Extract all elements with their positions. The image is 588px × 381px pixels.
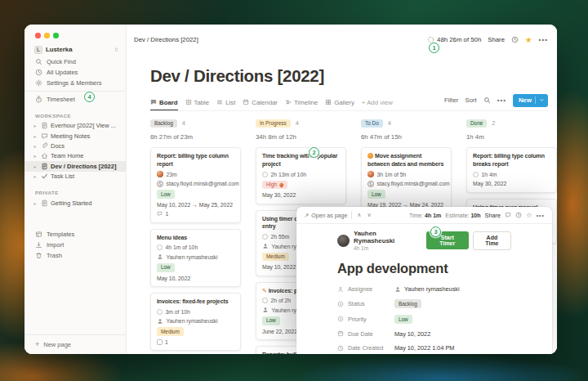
expand-caret-icon[interactable]: ▸: [33, 133, 38, 139]
sidebar-divider: [24, 91, 126, 92]
modal-more-icon[interactable]: •••: [537, 213, 545, 218]
expand-caret-icon[interactable]: ▸: [33, 143, 38, 149]
workspace-switcher[interactable]: L Lusterka: [34, 46, 119, 54]
plus-icon: +: [35, 340, 39, 348]
board-card[interactable]: Report: billing type column report23mSst…: [150, 147, 241, 223]
list-icon: [216, 99, 223, 105]
sidebar-item-import[interactable]: Import: [24, 240, 126, 250]
personfill-icon: [394, 286, 401, 293]
sidebar-page-everhour-2022-view[interactable]: ▸Everhour [2022] View ...: [24, 121, 126, 131]
person-initial-icon: S: [157, 181, 163, 187]
task-title[interactable]: App development: [337, 261, 511, 276]
property-row-status[interactable]: StatusBacklog: [337, 299, 511, 308]
gear-icon: [35, 79, 42, 87]
add-view-button[interactable]: + Add view: [362, 99, 393, 110]
sidebar-item-trash[interactable]: Trash: [24, 250, 126, 261]
board-card[interactable]: Invoices: fixed-fee projects3m of 10hYau…: [150, 293, 241, 351]
person-icon: [337, 286, 344, 293]
column-status-tag: Done: [466, 119, 487, 128]
board-card[interactable]: Report: billing type column breaks repor…: [466, 147, 557, 192]
expand-caret-icon[interactable]: ▸: [33, 200, 38, 206]
expand-caret-icon[interactable]: ▸: [33, 123, 38, 128]
sort-button[interactable]: Sort: [465, 96, 476, 104]
clock-icon[interactable]: [515, 212, 522, 218]
property-row-priority[interactable]: PriorityLow: [337, 315, 511, 324]
modal-time: Time: 4h 1m: [409, 213, 441, 218]
column-status-tag: In Progress: [256, 119, 291, 128]
tab-timeline[interactable]: Timeline: [285, 99, 318, 110]
modal-body: Yauhen Rymasheuski 4h 1m Start Timer Add…: [296, 224, 552, 354]
zoom-window-button[interactable]: [53, 33, 59, 38]
member-avatar: [157, 171, 163, 177]
sidebar-item-templates[interactable]: Templates: [24, 229, 126, 240]
comment-icon[interactable]: [505, 212, 511, 218]
add-time-button[interactable]: Add Time: [473, 231, 511, 250]
page-title[interactable]: Dev / Directions [2022]: [150, 66, 557, 86]
view-options-icon[interactable]: •••: [497, 96, 506, 104]
modal-share-button[interactable]: Share: [485, 212, 501, 219]
sidebar-item-quick-find[interactable]: Quick Find: [24, 57, 126, 68]
member-avatar: [368, 171, 374, 177]
tab-board[interactable]: Board: [150, 99, 178, 110]
board-card[interactable]: Menu ideas4h 1m of 10hYauhen rymasheuski…: [150, 229, 241, 287]
sidebar-page-task-list[interactable]: ▸Task List: [24, 172, 126, 182]
column-count: 4: [182, 119, 185, 127]
timer-icon: [35, 96, 42, 103]
board-card[interactable]: Move assignment between dates and member…: [361, 147, 452, 213]
minimize-window-button[interactable]: [44, 33, 50, 38]
sidebar-page-getting-started[interactable]: ▸Getting Started: [24, 198, 126, 208]
add-view-label: + Add view: [362, 99, 393, 106]
task-properties: AssigneeYauhen rymasheuskiStatusBacklogP…: [337, 285, 511, 354]
timer-progress-icon: [473, 172, 479, 177]
sidebar-item-timesheet[interactable]: Timesheet: [24, 94, 126, 105]
property-row-due-date[interactable]: Due DateMay 10, 2022: [337, 330, 511, 338]
filter-button[interactable]: Filter: [444, 96, 458, 104]
card-meta-row: Yauhen rymasheuski: [157, 318, 234, 325]
tab-table[interactable]: Table: [185, 99, 210, 110]
search-icon[interactable]: [483, 96, 491, 104]
chevron-down-icon[interactable]: [539, 97, 545, 103]
more-options-icon[interactable]: •••: [539, 36, 548, 43]
tab-calendar[interactable]: Calendar: [243, 99, 278, 110]
annotation-3: 3: [430, 226, 441, 237]
star-outline-icon[interactable]: ☆: [526, 211, 532, 219]
house-icon: [41, 152, 48, 159]
property-row-assignee[interactable]: AssigneeYauhen rymasheuski: [337, 285, 511, 293]
next-task-button[interactable]: ∨: [366, 212, 372, 218]
sidebar-page-team-home[interactable]: ▸Team Home: [24, 151, 126, 161]
calendar-icon: [243, 99, 249, 105]
breadcrumb[interactable]: Dev / Directions [2022]: [134, 36, 198, 43]
updates-clock-icon[interactable]: [511, 36, 519, 43]
card-title: Time tracking within popular project: [262, 152, 340, 168]
card-meta-row: High: [262, 181, 340, 190]
open-as-page-button[interactable]: ↗ Open as page: [304, 212, 347, 219]
board-card[interactable]: Time tracking within popular project2h 1…: [256, 147, 346, 204]
tab-list[interactable]: List: [216, 99, 235, 110]
tab-gallery[interactable]: Gallery: [325, 99, 354, 110]
sidebar-item-all-updates[interactable]: All Updates: [24, 67, 126, 78]
expand-caret-icon[interactable]: ▸: [33, 173, 38, 179]
favorite-star-icon[interactable]: ★: [525, 36, 532, 44]
sidebar-page-docs[interactable]: ▸Docs: [24, 141, 126, 150]
column-header: Done2: [466, 119, 557, 128]
new-page-button[interactable]: + New page: [24, 334, 126, 354]
priority-tag: Low: [157, 263, 175, 272]
property-row-date-created[interactable]: Date CreatedMay 10, 2022 1:04 PM: [337, 344, 511, 352]
flame-icon: [278, 182, 283, 187]
expand-caret-icon[interactable]: ▸: [33, 153, 38, 159]
expand-caret-icon[interactable]: ▸: [33, 164, 38, 169]
sidebar-page-dev-directions-2022[interactable]: ▸Dev / Directions [2022]: [24, 161, 126, 171]
open-as-page-icon: ↗: [304, 212, 309, 219]
share-button[interactable]: Share: [488, 36, 505, 43]
target-icon: [337, 301, 344, 307]
sidebar-page-meeting-notes[interactable]: ▸Meeting Notes: [24, 131, 126, 141]
tab-label: List: [225, 99, 235, 106]
views-toolbar: BoardTableListCalendarTimelineGallery+ A…: [150, 94, 548, 111]
sidebar-item-settings-members[interactable]: Settings & Members: [24, 78, 126, 88]
card-meta-row: 3m of 10h: [157, 308, 234, 315]
sidebar-section-title: PRIVATE: [24, 188, 126, 198]
prev-task-button[interactable]: ∧: [356, 212, 362, 218]
board-icon: [150, 99, 157, 105]
close-window-button[interactable]: [35, 33, 41, 38]
new-button[interactable]: New: [513, 94, 548, 107]
